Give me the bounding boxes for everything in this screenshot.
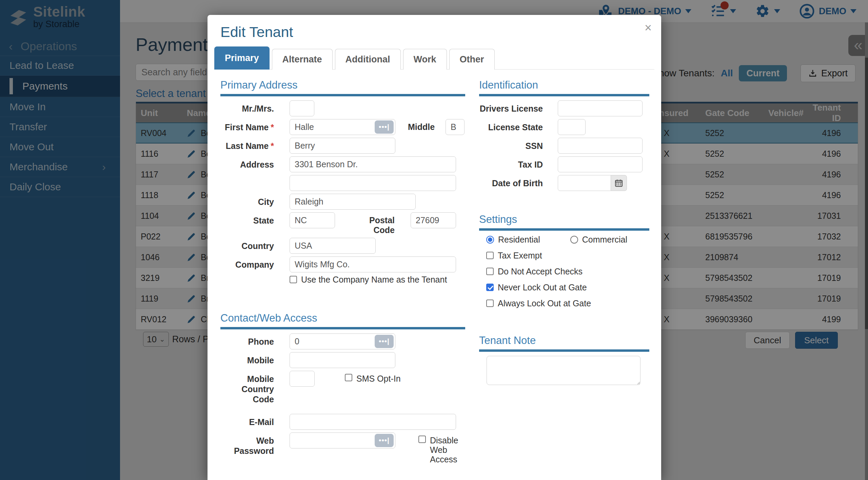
setting-row-always-lock-out-at-gate: Always Lock Out at Gate (486, 299, 649, 308)
postal-code-input[interactable] (411, 212, 456, 228)
commercial-label: Commercial (582, 235, 627, 244)
company-input[interactable] (290, 256, 456, 272)
section-heading-settings: Settings (479, 213, 649, 231)
required-asterisk: * (271, 122, 274, 132)
commercial-radio[interactable] (570, 236, 578, 244)
company-name-checkbox[interactable] (290, 276, 297, 283)
postal-code-label: Postal Code (356, 212, 395, 235)
state-label: State (220, 212, 274, 226)
mobile-input[interactable] (290, 352, 395, 368)
field-row-mobile: Mobile (220, 352, 465, 368)
license-state-input[interactable] (558, 119, 586, 135)
setting-label: Do Not Accept Checks (498, 267, 583, 276)
sms-opt-in-label: SMS Opt-In (356, 374, 401, 383)
text-expander-icon[interactable]: •••| (375, 434, 394, 447)
modal-title: Edit Tenant (220, 24, 293, 40)
address2-label (220, 175, 274, 178)
address-input[interactable] (290, 156, 456, 172)
tenant-note-textarea[interactable] (487, 356, 640, 385)
tab-additional[interactable]: Additional (335, 49, 401, 70)
text-expander-icon[interactable]: •••| (375, 335, 394, 348)
address2-input[interactable] (290, 175, 456, 191)
field-row-country: Country (220, 238, 465, 254)
field-row-drivers-license: Drivers License (479, 100, 649, 116)
drivers-license-input[interactable] (558, 100, 643, 116)
settings-options: Residential Commercial Tax ExemptDo Not … (486, 235, 649, 308)
email-input[interactable] (290, 414, 456, 430)
section-heading-identification: Identification (479, 79, 649, 96)
phone-label: Phone (220, 333, 274, 347)
dob-label: Date of Birth (479, 175, 543, 188)
web-password-label: Web Password (220, 433, 274, 456)
city-input[interactable] (290, 194, 416, 210)
sms-opt-in-checkbox[interactable] (345, 374, 352, 381)
setting-checkbox-never-lock-out-at-gate[interactable] (486, 284, 494, 291)
modal-left-column: Primary Address Mr./Mrs. First Name* •••… (220, 79, 465, 480)
disable-web-access-row: Disable Web Access (418, 433, 462, 464)
tax-id-label: Tax ID (479, 156, 543, 170)
field-row-mr-mrs: Mr./Mrs. (220, 100, 465, 116)
middle-name-input[interactable] (446, 119, 465, 135)
section-heading-contact: Contact/Web Access (220, 312, 465, 329)
first-name-label: First Name* (220, 119, 274, 132)
mobile-country-code-input[interactable] (290, 371, 315, 387)
sms-opt-in-row: SMS Opt-In (345, 371, 401, 383)
field-row-company: Company (220, 256, 465, 272)
country-label: Country (220, 238, 274, 251)
field-row-state-postal: State Postal Code (220, 212, 465, 235)
country-input[interactable] (290, 238, 376, 254)
field-row-mobile-cc: Mobile Country Code SMS Opt-In (220, 371, 465, 404)
setting-checkbox-always-lock-out-at-gate[interactable] (486, 300, 494, 307)
residential-radio[interactable] (486, 236, 494, 244)
company-name-checkbox-row: Use the Company Name as the Tenant (290, 275, 465, 284)
setting-row-tax-exempt: Tax Exempt (486, 251, 649, 260)
field-row-email: E-Mail (220, 414, 465, 430)
company-label: Company (220, 256, 274, 270)
field-row-phone: Phone •••| (220, 333, 465, 349)
mobile-country-code-label: Mobile Country Code (220, 371, 274, 404)
setting-label: Tax Exempt (498, 251, 542, 260)
license-state-label: License State (479, 119, 543, 132)
field-row-first-name: First Name* •••| Middle (220, 119, 465, 135)
setting-checkbox-tax-exempt[interactable] (486, 252, 494, 259)
section-heading-tenant-note: Tenant Note (479, 334, 649, 352)
residential-label: Residential (498, 235, 540, 244)
field-row-address2 (220, 175, 465, 191)
tab-alternate[interactable]: Alternate (272, 49, 333, 70)
state-input[interactable] (290, 212, 335, 228)
field-row-dob: Date of Birth (479, 175, 649, 191)
tab-other[interactable]: Other (449, 49, 495, 70)
tax-id-input[interactable] (558, 156, 643, 172)
drivers-license-label: Drivers License (479, 100, 543, 114)
email-label: E-Mail (220, 414, 274, 427)
middle-name-label: Middle (408, 119, 438, 132)
tenant-type-radio-row: Residential Commercial (486, 235, 649, 244)
tab-primary[interactable]: Primary (214, 46, 270, 70)
required-asterisk: * (271, 141, 274, 151)
field-row-address: Address (220, 156, 465, 172)
calendar-icon[interactable] (611, 175, 627, 191)
app-window: Sitelink by Storable ‹ Operations Lead t… (0, 0, 868, 480)
modal-tabs: PrimaryAlternateAdditionalWorkOther (214, 46, 654, 70)
disable-web-access-checkbox[interactable] (418, 436, 426, 443)
mr-mrs-label: Mr./Mrs. (220, 100, 274, 114)
city-label: City (220, 194, 274, 207)
field-row-tax-id: Tax ID (479, 156, 649, 172)
last-name-input[interactable] (290, 138, 395, 154)
dob-input[interactable] (558, 175, 611, 191)
ssn-label: SSN (479, 138, 543, 151)
edit-tenant-modal: Edit Tenant × PrimaryAlternateAdditional… (208, 15, 661, 480)
text-expander-icon[interactable]: •••| (375, 120, 394, 134)
setting-row-do-not-accept-checks: Do Not Accept Checks (486, 267, 649, 276)
close-icon[interactable]: × (645, 22, 652, 34)
setting-row-never-lock-out-at-gate: Never Lock Out at Gate (486, 283, 649, 292)
mr-mrs-input[interactable] (290, 100, 314, 116)
modal-right-column: Identification Drivers License License S… (479, 79, 649, 386)
field-row-license-state: License State (479, 119, 649, 135)
ssn-input[interactable] (558, 138, 643, 154)
company-name-checkbox-label: Use the Company Name as the Tenant (301, 275, 447, 284)
tab-work[interactable]: Work (403, 49, 447, 70)
field-row-ssn: SSN (479, 138, 649, 154)
setting-checkbox-do-not-accept-checks[interactable] (486, 268, 494, 275)
disable-web-access-label: Disable Web Access (430, 436, 462, 464)
